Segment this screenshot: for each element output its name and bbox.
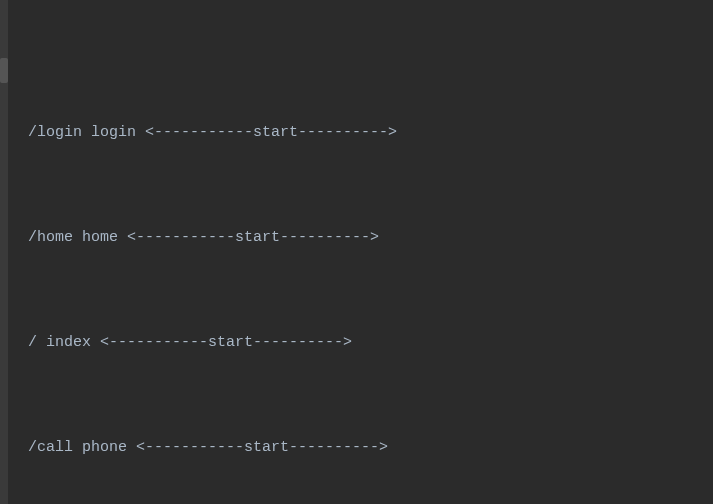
editor-gutter — [0, 0, 8, 504]
registration-line: / index <-----------start----------> — [28, 334, 352, 351]
registration-line: /login login <-----------start----------… — [28, 124, 397, 141]
registration-line: /call phone <-----------start----------> — [28, 439, 388, 456]
registration-line: /home home <-----------start----------> — [28, 229, 379, 246]
gutter-handle[interactable] — [0, 58, 8, 83]
console-output: /login login <-----------start----------… — [28, 10, 703, 504]
